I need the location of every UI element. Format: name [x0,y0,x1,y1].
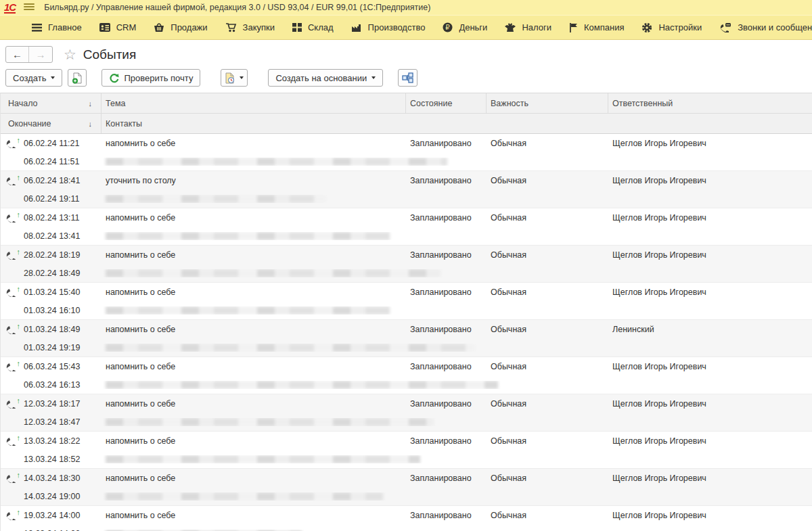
event-subject: уточнить по столу [102,176,406,185]
column-header-state[interactable]: Состояние [406,93,487,113]
column-header-end[interactable]: Окончание ↓ [1,114,102,133]
create-based-on-button[interactable]: Создать на основании [268,69,383,87]
factory-icon [351,23,362,32]
column-header-importance[interactable]: Важность [487,93,608,113]
event-importance: Обычная [487,511,608,520]
event-responsible: Щеглов Игорь Игоревич [608,474,812,483]
table-body: ↑ 06.02.24 11:21 напомнить о себе Заплан… [1,134,812,531]
dropdown-caret-icon [240,76,244,79]
event-importance: Обычная [487,250,608,260]
flag-icon [569,23,578,32]
redacted-contacts [106,269,441,277]
menu-item-nastroyki[interactable]: Настройки [633,16,710,39]
menu-item-zvonki[interactable]: Звонки и сообщения [710,16,812,39]
event-end: 01.03.24 16:10 [1,306,102,315]
favorite-star-icon[interactable]: ☆ [64,48,76,62]
event-importance: Обычная [487,139,608,148]
event-importance: Обычная [487,325,608,334]
event-state: Запланировано [406,325,487,334]
event-importance: Обычная [487,176,608,185]
table-row[interactable]: ↑ 08.02.24 13:11 напомнить о себе Заплан… [1,208,812,246]
burger-icon [32,24,42,32]
redacted-contacts [106,492,383,501]
1c-logo: 1С [4,2,16,14]
event-start: 19.03.24 14:00 [24,511,80,520]
column-header-contacts[interactable]: Контакты [102,114,812,133]
event-importance: Обычная [487,213,608,223]
table-row[interactable]: ↑ 19.03.24 14:00 напомнить о себе Заплан… [1,506,812,531]
gear-icon [641,22,652,33]
menu-item-prodazhi[interactable]: Продажи [145,16,216,39]
event-responsible: Щеглов Игорь Игоревич [608,250,812,260]
event-state: Запланировано [406,511,487,520]
event-importance: Обычная [487,399,608,409]
event-subject: напомнить о себе [102,436,406,446]
event-subject: напомнить о себе [102,250,406,260]
menu-item-dengi[interactable]: ₽ Деньги [434,16,496,39]
menu-item-sklad[interactable]: Склад [284,16,342,39]
back-button[interactable]: ← [6,47,29,62]
window-title: Бильярд.ру / Управление нашей фирмой, ре… [44,3,430,12]
forward-button[interactable]: → [29,47,52,62]
redacted-contacts [106,158,447,166]
redacted-contacts [106,455,420,463]
event-start: 01.03.24 15:40 [24,287,80,297]
event-start: 13.03.24 18:22 [24,436,80,446]
related-documents-button[interactable] [398,69,418,87]
column-header-subject[interactable]: Тема [102,93,406,113]
outgoing-call-icon: ↑ [6,361,21,372]
event-state: Запланировано [406,213,487,223]
document-clock-icon [225,72,235,84]
event-end: 01.03.24 19:19 [1,343,102,352]
event-responsible: Щеглов Игорь Игоревич [608,362,812,371]
table-header-row-1: Начало ↓ Тема Состояние Важность Ответст… [1,93,812,114]
event-subject: напомнить о себе [102,362,406,371]
table-row[interactable]: ↑ 06.02.24 18:41 уточнить по столу Запла… [1,171,812,208]
events-table: Начало ↓ Тема Состояние Важность Ответст… [0,93,812,531]
event-start: 06.02.24 11:21 [24,139,79,148]
table-row[interactable]: ↑ 06.02.24 11:21 напомнить о себе Заплан… [1,134,812,171]
menu-item-kompaniya[interactable]: Компания [560,16,633,39]
event-state: Запланировано [406,139,487,148]
column-header-responsible[interactable]: Ответственный [608,93,812,113]
table-row[interactable]: ↑ 13.03.24 18:22 напомнить о себе Заплан… [1,432,812,469]
create-button[interactable]: Создать [5,69,62,87]
main-menu-icon[interactable] [24,3,35,11]
event-state: Запланировано [406,176,487,185]
redacted-contacts [106,381,498,389]
event-responsible: Щеглов Игорь Игоревич [608,213,812,223]
page-title: События [83,47,136,62]
outgoing-call-icon: ↑ [6,473,21,484]
event-subject: напомнить о себе [102,213,406,223]
menu-item-nalogi[interactable]: Налоги [496,16,560,39]
table-row[interactable]: ↑ 01.03.24 18:49 напомнить о себе Заплан… [1,320,812,357]
redacted-contacts [106,418,434,426]
menu-item-zakupki[interactable]: Закупки [217,16,284,39]
sections-panel: Главное CRM Продажи Закупки Склад Произв… [0,15,812,40]
event-responsible: Щеглов Игорь Игоревич [608,436,812,446]
outgoing-call-icon: ↑ [6,250,21,260]
reminder-document-button[interactable] [221,69,248,87]
table-row[interactable]: ↑ 06.03.24 15:43 напомнить о себе Заплан… [1,357,812,394]
event-responsible: Щеглов Игорь Игоревич [608,139,812,148]
table-row[interactable]: ↑ 12.03.24 18:17 напомнить о себе Заплан… [1,394,812,432]
basket-icon [154,23,164,32]
check-mail-button[interactable]: Проверить почту [102,69,200,87]
table-row[interactable]: ↑ 28.02.24 18:19 напомнить о себе Заплан… [1,246,812,283]
menu-item-glavnoe[interactable]: Главное [23,16,91,39]
sort-desc-icon: ↓ [89,120,93,128]
ruble-icon: ₽ [443,22,453,32]
column-header-start[interactable]: Начало ↓ [1,93,102,113]
menu-item-crm[interactable]: CRM [91,16,145,39]
event-start: 12.03.24 18:17 [24,399,80,409]
menu-item-proizvodstvo[interactable]: Производство [342,16,434,39]
table-row[interactable]: ↑ 01.03.24 15:40 напомнить о себе Заплан… [1,283,812,320]
event-start: 14.03.24 18:30 [24,474,80,483]
event-end: 12.03.24 18:47 [1,417,102,427]
dropdown-caret-icon [371,76,376,79]
event-state: Запланировано [406,474,487,483]
new-document-button[interactable] [68,69,87,87]
event-end: 13.03.24 18:52 [1,455,102,464]
event-start: 01.03.24 18:49 [24,325,80,334]
table-row[interactable]: ↑ 14.03.24 18:30 напомнить о себе Заплан… [1,469,812,506]
